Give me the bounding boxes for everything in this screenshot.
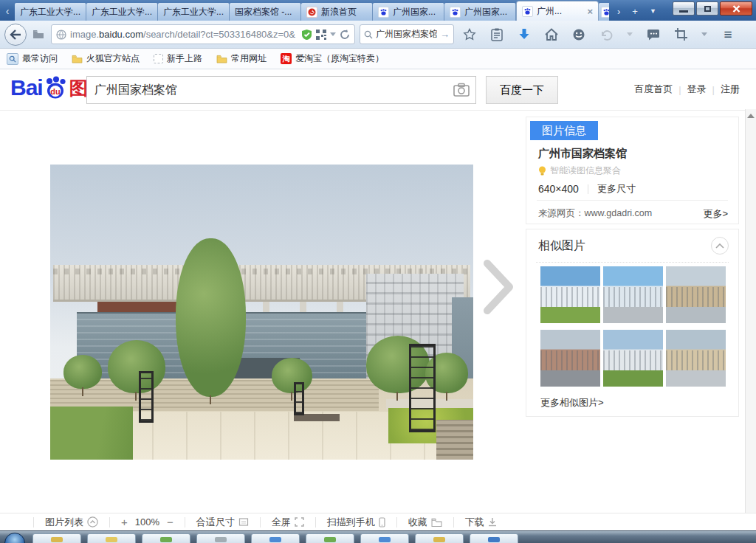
bookmarks-panel-button[interactable] [489,26,505,44]
image-list-button[interactable]: 图片列表 [45,516,98,529]
tab-label: 广东工业大学... [163,6,224,18]
similar-image-thumb[interactable] [666,266,726,323]
screenshot-dropdown-caret[interactable] [700,26,709,44]
taskbar-button[interactable] [306,533,354,543]
close-button[interactable] [720,1,752,15]
baidu-paw-favicon-icon [601,7,609,18]
similar-image-thumb[interactable] [540,266,600,323]
more-sizes-link[interactable]: 更多尺寸 [597,182,636,196]
folder-outline-icon [431,518,442,527]
tab-gdut-2[interactable]: 广东工业大学... [86,3,158,21]
bookmark-star-button[interactable] [461,26,478,44]
library-button[interactable] [29,26,48,44]
scan-to-phone-button[interactable]: 扫描到手机 [327,516,385,529]
collapse-button[interactable] [711,237,729,255]
security-shield-icon[interactable] [301,29,312,41]
taskbar-button[interactable] [251,533,300,543]
similar-image-thumb[interactable] [666,330,726,387]
taskbar-button[interactable] [87,533,136,543]
separator [396,517,397,528]
page-scrollbar[interactable] [745,109,756,513]
photo-tree [108,340,165,393]
browser-search-input[interactable]: 广州国家档案馆 [376,28,437,41]
bookmark-taobao[interactable]: 淘 爱淘宝（原淘宝特卖） [281,52,384,65]
screenshot-button[interactable] [673,26,689,44]
fullscreen-button[interactable]: 全屏 [272,516,304,529]
restore-button[interactable] [696,1,718,15]
camera-search-icon[interactable] [453,83,470,100]
phone-icon [379,517,385,528]
taskbar-button[interactable] [470,533,518,543]
next-image-button[interactable] [480,257,518,317]
tab-scroll-left-button[interactable]: ‹ [0,1,15,21]
bookmark-label: 爱淘宝（原淘宝特卖） [295,52,384,65]
start-button[interactable] [4,533,25,543]
link-register[interactable]: 注册 [721,83,740,96]
tab-baidu-image-1[interactable]: 广州国家... [373,3,444,21]
qr-code-icon[interactable] [316,30,326,40]
photo-lattice-tower [294,382,304,415]
taskbar-button[interactable] [142,533,190,543]
similar-image-thumb[interactable] [540,330,600,387]
more-link[interactable]: 更多> [703,207,728,221]
tab-baidu-image-2[interactable]: 广州国家... [444,3,516,21]
baidu-search-input[interactable]: 广州国家档案馆 [86,76,476,104]
zoom-in-button[interactable]: + [121,516,128,528]
browser-search-bar[interactable]: 广州国家档案馆 → [360,24,454,44]
taskbar-app-icon [160,537,172,542]
taskbar-button[interactable] [415,533,464,543]
menu-button[interactable]: ≡ [720,26,736,44]
url-text[interactable]: image.baidu.com/search/detail?ct=5033164… [70,29,298,40]
search-go-icon[interactable]: → [440,29,450,40]
tab-gdut-3[interactable]: 广东工业大学... [158,3,230,21]
reload-icon[interactable] [340,30,350,40]
tab-list-caret-icon[interactable]: ▼ [645,7,662,15]
favorite-button[interactable]: 收藏 [408,516,442,529]
url-bar[interactable]: image.baidu.com/search/detail?ct=5033164… [51,24,355,44]
chat-bubble-icon [647,29,660,41]
tab-gdut-1[interactable]: 广东工业大学... [15,3,86,21]
main-image[interactable] [50,165,473,460]
dotted-divider [536,262,729,263]
bookmark-most-visited[interactable]: 最常访问 [7,52,58,65]
back-button[interactable] [4,24,27,46]
chat-button[interactable] [645,26,662,44]
tab-label: 国家档案馆 -... [235,6,295,18]
taskbar-button[interactable] [360,533,409,543]
link-baidu-home[interactable]: 百度首页 [634,83,673,96]
similar-images-card: 相似图片 更多相似图片> [526,229,739,417]
baidu-search-button[interactable]: 百度一下 [486,76,558,104]
taskbar-button[interactable] [196,533,245,543]
screen: { "glyphs": { "tab_scroll_left": "‹", "t… [0,0,756,543]
new-tab-button[interactable]: + [627,6,643,17]
download-icon [488,517,497,527]
tab-partial[interactable] [599,3,609,21]
fit-size-button[interactable]: 合适尺寸 [196,516,249,529]
undo-button[interactable] [598,26,614,44]
bookmark-firefox-sites[interactable]: 火狐官方站点 [72,52,140,65]
tab-baidu-image-active[interactable]: 广州... × [516,1,599,21]
similar-image-thumb[interactable] [603,266,663,323]
home-button[interactable] [543,26,560,44]
taskbar-button[interactable] [32,533,81,543]
tab-sina[interactable]: 新浪首页 [301,3,373,21]
feedback-smiley-button[interactable] [571,26,587,44]
bookmark-common-sites[interactable]: 常用网址 [216,52,267,65]
tab-scroll-right-button[interactable]: › [612,6,625,17]
zoom-level: 100% [135,516,159,528]
url-dropdown-caret-icon[interactable] [330,32,336,36]
bookmark-getting-started[interactable]: 新手上路 [154,52,202,65]
downloads-button[interactable] [516,26,532,44]
download-button[interactable]: 下载 [465,516,497,529]
tab-close-icon[interactable]: × [585,6,593,17]
minimize-button[interactable] [673,1,695,15]
similar-image-thumb[interactable] [603,330,663,387]
source-link[interactable]: 来源网页：www.gdadri.com [538,207,652,220]
scrollbar-up-arrow-icon[interactable] [747,114,755,118]
tab-archives[interactable]: 国家档案馆 -... [230,3,301,21]
sina-favicon-icon [306,7,317,18]
link-login[interactable]: 登录 [687,83,707,96]
zoom-out-button[interactable]: − [167,516,173,528]
more-similar-link[interactable]: 更多相似图片> [540,396,604,409]
undo-dropdown-caret[interactable] [625,26,634,44]
